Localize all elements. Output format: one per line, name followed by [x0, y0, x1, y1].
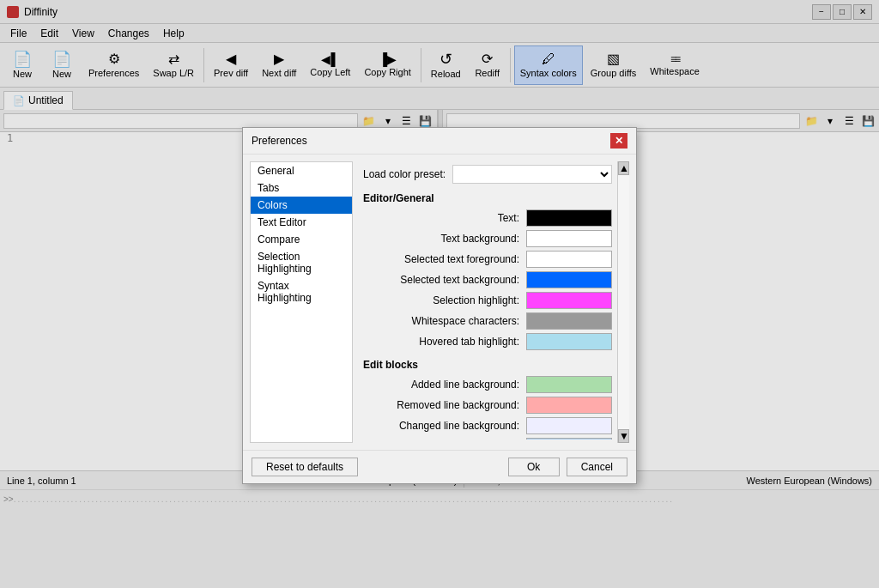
color-label-text-bg: Text background:	[363, 233, 526, 245]
scrollbar-down-arrow[interactable]: ▼	[618, 429, 629, 443]
dialog-close-button[interactable]: ✕	[610, 133, 627, 149]
edit-blocks-section-title: Edit blocks	[363, 359, 612, 371]
pref-nav-text-editor[interactable]: Text Editor	[251, 214, 352, 231]
color-row-selected-bg: Selected text background:	[363, 271, 612, 288]
color-label-changed-line: Changed line background:	[363, 420, 526, 432]
color-row-removed-line: Removed line background:	[363, 397, 612, 414]
color-label-whitespace: Whitespace characters:	[363, 315, 526, 327]
color-swatch-changed-line[interactable]	[526, 417, 612, 434]
color-row-hovered-tab: Hovered tab highlight:	[363, 333, 612, 350]
dialog-titlebar: Preferences ✕	[243, 128, 636, 155]
color-swatch-selected-fg[interactable]	[526, 251, 612, 268]
color-swatch-added-line[interactable]	[526, 376, 612, 393]
color-swatch-text-bg[interactable]	[526, 230, 612, 247]
dialog-title: Preferences	[252, 135, 307, 147]
preferences-dialog: Preferences ✕ General Tabs Colors Text E…	[242, 127, 637, 484]
pref-nav-compare[interactable]: Compare	[251, 231, 352, 248]
scrollbar-up-arrow[interactable]: ▲	[618, 161, 629, 175]
dialog-body: General Tabs Colors Text Editor Compare …	[243, 155, 636, 450]
color-label-text: Text:	[363, 212, 526, 224]
color-row-added-line: Added line background:	[363, 376, 612, 393]
color-row-changed-line: Changed line background:	[363, 417, 612, 434]
dialog-overlay: Preferences ✕ General Tabs Colors Text E…	[0, 0, 879, 588]
color-row-text: Text:	[363, 209, 612, 227]
color-swatch-changed-char[interactable]	[526, 438, 612, 439]
pref-content-area: ▲ ▼ Load color preset: Editor/General	[360, 161, 629, 443]
scrollbar-track	[618, 175, 629, 429]
pref-nav-tabs[interactable]: Tabs	[251, 179, 352, 197]
ok-button[interactable]: Ok	[508, 458, 560, 476]
reset-defaults-button[interactable]: Reset to defaults	[252, 458, 358, 476]
color-swatch-whitespace[interactable]	[526, 312, 612, 330]
pref-nav-list: General Tabs Colors Text Editor Compare …	[250, 161, 353, 443]
color-label-selected-bg: Selected text background:	[363, 274, 526, 286]
color-label-selected-fg: Selected text foreground:	[363, 253, 526, 265]
color-row-selected-fg: Selected text foreground:	[363, 251, 612, 268]
color-swatch-hovered-tab[interactable]	[526, 333, 612, 350]
preset-row: Load color preset:	[363, 165, 612, 184]
color-label-hovered-tab: Hovered tab highlight:	[363, 336, 526, 348]
color-row-text-bg: Text background:	[363, 230, 612, 247]
color-row-changed-char: Changed character background:	[363, 438, 612, 439]
preset-select[interactable]	[452, 165, 612, 184]
color-label-removed-line: Removed line background:	[363, 399, 526, 411]
editor-general-section-title: Editor/General	[363, 192, 612, 204]
color-row-selection-highlight: Selection highlight:	[363, 292, 612, 309]
color-swatch-selection-highlight[interactable]	[526, 292, 612, 309]
color-swatch-text[interactable]	[526, 209, 612, 227]
cancel-button[interactable]: Cancel	[567, 458, 627, 476]
color-swatch-removed-line[interactable]	[526, 397, 612, 414]
pref-nav-selection-highlighting[interactable]: Selection Highlighting	[251, 248, 352, 277]
pref-scroll-content: Load color preset: Editor/General Text: …	[363, 165, 626, 439]
color-label-added-line: Added line background:	[363, 379, 526, 391]
pref-nav-syntax-highlighting[interactable]: Syntax Highlighting	[251, 277, 352, 306]
pref-nav-general[interactable]: General	[251, 162, 352, 179]
color-label-selection-highlight: Selection highlight:	[363, 294, 526, 306]
dialog-action-buttons: Ok Cancel	[508, 458, 627, 476]
dialog-scrollbar[interactable]: ▲ ▼	[617, 161, 629, 443]
preset-label: Load color preset:	[363, 168, 446, 180]
dialog-footer: Reset to defaults Ok Cancel	[243, 450, 636, 483]
color-swatch-selected-bg[interactable]	[526, 271, 612, 288]
pref-nav-colors[interactable]: Colors	[251, 197, 352, 214]
color-row-whitespace: Whitespace characters:	[363, 312, 612, 330]
